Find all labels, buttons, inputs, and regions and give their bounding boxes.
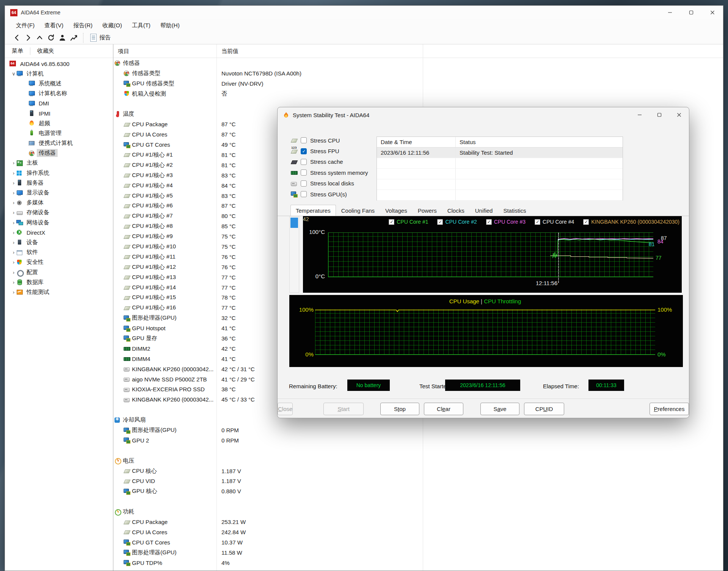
refresh-icon[interactable] [45,33,56,43]
tree-chevron-icon[interactable]: › [11,270,16,275]
tree-chevron-icon[interactable]: › [11,220,16,226]
tree-chevron-icon[interactable]: › [11,279,16,285]
log-row[interactable] [377,169,623,179]
sidebar-item[interactable]: › 操作系统 [5,168,113,178]
sidebar-item[interactable]: › 性能测试 [5,287,113,297]
stress-checkbox[interactable] [301,137,307,143]
sidebar-item[interactable]: IPMI [5,108,113,118]
dialog-button[interactable]: Stop [380,403,419,415]
legend-checkbox[interactable] [583,219,589,225]
dialog-close-button[interactable] [669,107,689,122]
sensor-row[interactable]: 功耗 [113,507,723,517]
log-column-status[interactable]: Status [456,139,623,145]
stress-checkbox[interactable] [301,169,307,176]
tree-chevron-icon[interactable]: › [11,180,16,186]
dialog-button[interactable]: Clear [424,403,463,415]
scrollbar-thumb[interactable] [290,218,298,228]
tree-chevron-icon[interactable]: › [11,170,16,176]
sidebar-item[interactable]: 便携式计算机 [5,138,113,148]
legend-checkbox[interactable] [486,219,492,225]
up-icon[interactable] [34,33,45,43]
legend-checkbox[interactable] [437,219,443,225]
chart-tab[interactable]: Clocks [442,205,470,216]
sensor-row[interactable]: 机箱入侵检测 否 [113,89,723,99]
sidebar-item[interactable]: › 服务器 [5,178,113,188]
chart-tab[interactable]: Voltages [380,205,413,216]
report-button[interactable]: 报告 [87,33,114,42]
column-value[interactable]: 当前值 [221,48,238,55]
chart-tab[interactable]: Unified [470,205,498,216]
forward-icon[interactable] [22,33,34,43]
sidebar-item[interactable]: 电源管理 [5,128,113,138]
tree-chevron-icon[interactable]: › [11,190,16,196]
log-column-date[interactable]: Date & Time [377,137,456,147]
stress-checkbox[interactable] [301,180,307,187]
minimize-button[interactable] [659,6,681,19]
sidebar-item[interactable]: 系统概述 [5,78,113,88]
chart-tab[interactable]: Temperatures [290,205,336,216]
sidebar-item[interactable]: › 多媒体 [5,198,113,208]
sidebar-item[interactable]: 计算机名称 [5,89,113,99]
user-icon[interactable] [56,33,68,43]
sensor-row[interactable]: CPU GT Cores 10.37 W [113,537,723,547]
sensor-row[interactable]: 图形处理器(GPU) 0 RPM [113,425,723,435]
sensor-row[interactable]: CPU IA Cores 242.84 W [113,527,723,537]
sensor-row[interactable]: GPU TDP% 4% [113,558,723,568]
tree-chevron-icon[interactable]: › [11,240,16,245]
legend-checkbox[interactable] [535,219,540,225]
menu-item[interactable]: 工具(T) [127,22,155,29]
sidebar-item[interactable]: › 显示设备 [5,188,113,198]
tree-chevron-icon[interactable]: › [11,259,16,265]
sensor-row[interactable]: GPU 核心 0.880 V [113,486,723,496]
stress-checkbox[interactable] [301,191,307,197]
sidebar-item[interactable]: ∨ 计算机 [5,69,113,78]
tree-chevron-icon[interactable]: ∨ [11,71,16,77]
column-item[interactable]: 项目 [118,48,129,55]
dialog-maximize-button[interactable] [650,107,669,122]
close-button[interactable] [702,6,723,19]
tree-chevron-icon[interactable]: › [11,230,16,235]
sidebar-item[interactable]: › 网络设备 [5,218,113,227]
tab-menu[interactable]: 菜单 [5,47,30,55]
log-row[interactable] [377,190,623,201]
sidebar-item[interactable]: 超频 [5,118,113,128]
sensor-row[interactable]: 电压 [113,456,723,466]
sensor-row[interactable]: GPU 传感器类型 Driver (NV-DRV) [113,78,723,89]
tree-chevron-icon[interactable]: › [11,200,16,205]
sidebar-item[interactable]: › 配置 [5,267,113,277]
maximize-button[interactable] [681,6,702,19]
chart-tab[interactable]: Statistics [498,205,531,216]
log-row[interactable]: 2023/6/16 12:11:56 Stability Test: Start… [377,147,623,158]
tab-favorites[interactable]: 收藏夹 [30,47,61,55]
chart-icon[interactable] [68,33,79,43]
sidebar-item[interactable]: 传感器 [5,148,113,158]
dialog-button[interactable]: Start [323,403,364,415]
back-icon[interactable] [11,33,22,43]
sensor-row[interactable]: 传感器 [113,58,723,68]
dialog-button[interactable]: Save [480,403,519,415]
dialog-button[interactable]: Preferences [650,403,689,415]
temperature-scrollbar[interactable] [289,216,299,293]
menu-item[interactable]: 帮助(H) [155,22,185,29]
chart-tab[interactable]: Cooling Fans [336,205,380,216]
menu-item[interactable]: 查看(V) [39,22,68,29]
sidebar-item[interactable]: › 数据库 [5,277,113,287]
menu-item[interactable]: 报告(R) [68,22,97,29]
sensor-row[interactable]: CPU VID 1.187 V [113,476,723,486]
sensor-row[interactable]: 传感器类型 Nuvoton NCT6798D (ISA A00h) [113,68,723,78]
sidebar-item[interactable]: › 设备 [5,237,113,247]
dialog-minimize-button[interactable] [630,107,650,122]
dialog-button[interactable]: CPUID [524,403,564,415]
log-row[interactable] [377,179,623,190]
legend-checkbox[interactable] [389,219,394,225]
sensor-row[interactable]: GPU 2 0 RPM [113,435,723,446]
sensor-row[interactable]: 图形处理器(GPU) 11.58 W [113,547,723,558]
sidebar-item[interactable]: › 存储设备 [5,208,113,218]
tree-chevron-icon[interactable]: › [11,160,16,166]
sidebar-item[interactable]: › 主板 [5,158,113,168]
stress-checkbox[interactable] [301,148,307,154]
dialog-button[interactable]: Close [278,403,293,415]
sensor-row[interactable]: CPU Package 253.21 W [113,517,723,527]
sidebar-item[interactable]: › 软件 [5,248,113,257]
sensor-row[interactable]: CPU 核心 1.187 V [113,466,723,476]
